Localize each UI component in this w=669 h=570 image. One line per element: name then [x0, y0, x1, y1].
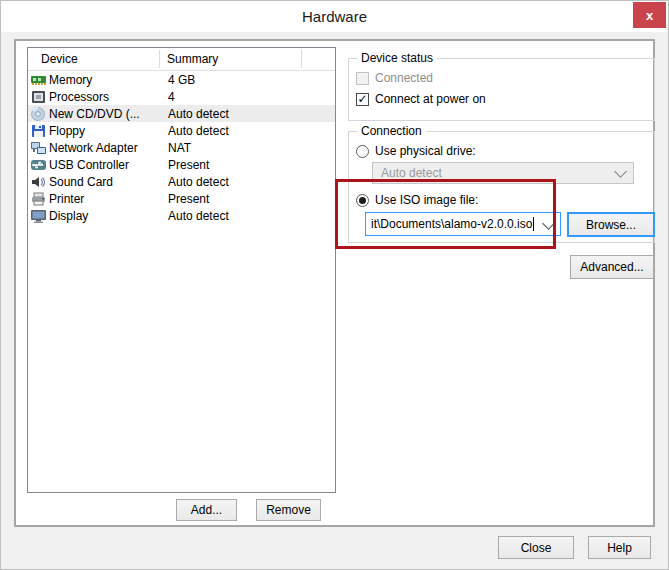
floppy-icon [30, 123, 47, 139]
device-rows: Memory 4 GB Processors 4 New CD/DVD (...… [28, 71, 335, 224]
device-list-header: Device Summary [28, 48, 335, 71]
display-icon [30, 208, 47, 224]
table-row-network-adapter[interactable]: Network Adapter NAT [28, 139, 335, 156]
connected-checkbox-row: Connected [356, 71, 433, 85]
column-header-summary[interactable]: Summary [160, 50, 302, 68]
connection-group: Connection Use physical drive: Auto dete… [348, 131, 655, 243]
device-name: Printer [49, 192, 84, 206]
chevron-down-icon [614, 165, 627, 178]
memory-icon [30, 72, 47, 88]
add-button[interactable]: Add... [176, 499, 237, 521]
content-panel: Device Summary Memory 4 GB Processors 4 … [14, 39, 655, 527]
printer-icon [30, 191, 47, 207]
text-caret [533, 217, 534, 231]
device-summary: Auto detect [160, 209, 229, 223]
help-button[interactable]: Help [588, 536, 651, 559]
connection-title: Connection [357, 124, 426, 138]
table-row-display[interactable]: Display Auto detect [28, 207, 335, 224]
dialog-title: Hardware [1, 8, 668, 25]
table-row-printer[interactable]: Printer Present [28, 190, 335, 207]
device-name: Sound Card [49, 175, 113, 189]
device-status-group: Device status Connected ✓ Connect at pow… [348, 58, 655, 121]
iso-path-input[interactable]: it\Documents\alamo-v2.0.0.iso [365, 212, 561, 236]
title-bar: Hardware x [1, 1, 668, 32]
close-button[interactable]: Close [498, 536, 574, 559]
close-icon[interactable]: x [633, 2, 666, 28]
power-on-checkbox-row[interactable]: ✓ Connect at power on [356, 92, 486, 106]
device-name: USB Controller [49, 158, 129, 172]
physical-drive-label: Use physical drive: [375, 144, 476, 158]
table-row-usb-controller[interactable]: USB Controller Present [28, 156, 335, 173]
device-name: New CD/DVD (... [49, 107, 140, 121]
iso-path-value: it\Documents\alamo-v2.0.0.iso [371, 217, 532, 231]
device-name: Processors [49, 90, 109, 104]
sound-icon [30, 174, 47, 190]
column-header-device[interactable]: Device [28, 50, 160, 68]
physical-drive-radio[interactable] [356, 145, 369, 158]
device-summary: Auto detect [160, 175, 229, 189]
iso-file-radio[interactable] [356, 194, 369, 207]
cd-icon [30, 106, 47, 122]
network-icon [30, 140, 47, 156]
device-summary: 4 [160, 90, 175, 104]
physical-drive-value: Auto detect [381, 166, 442, 180]
power-on-checkbox[interactable]: ✓ [356, 93, 369, 106]
iso-radio-row[interactable]: Use ISO image file: [356, 193, 478, 207]
chevron-down-icon [542, 217, 555, 230]
device-summary: Present [160, 158, 209, 172]
remove-button[interactable]: Remove [256, 499, 321, 521]
device-name: Memory [49, 73, 92, 87]
power-on-label: Connect at power on [375, 92, 486, 106]
device-list[interactable]: Device Summary Memory 4 GB Processors 4 … [27, 47, 336, 493]
table-row-sound-card[interactable]: Sound Card Auto detect [28, 173, 335, 190]
device-summary: Auto detect [160, 107, 229, 121]
device-summary: 4 GB [160, 73, 195, 87]
table-row-cd-dvd[interactable]: New CD/DVD (... Auto detect [28, 105, 335, 122]
device-summary: Present [160, 192, 209, 206]
iso-file-label: Use ISO image file: [375, 193, 478, 207]
connected-checkbox [356, 72, 369, 85]
physical-drive-radio-row[interactable]: Use physical drive: [356, 144, 476, 158]
device-name: Display [49, 209, 88, 223]
hardware-dialog: Hardware x Device Summary Memory 4 GB Pr… [0, 0, 669, 570]
advanced-button[interactable]: Advanced... [570, 255, 654, 279]
table-row-floppy[interactable]: Floppy Auto detect [28, 122, 335, 139]
table-row-memory[interactable]: Memory 4 GB [28, 71, 335, 88]
connected-label: Connected [375, 71, 433, 85]
device-summary: NAT [160, 141, 191, 155]
device-name: Network Adapter [49, 141, 138, 155]
device-status-title: Device status [357, 51, 437, 65]
device-summary: Auto detect [160, 124, 229, 138]
table-row-processors[interactable]: Processors 4 [28, 88, 335, 105]
physical-drive-select: Auto detect [372, 162, 634, 184]
device-name: Floppy [49, 124, 85, 138]
usb-icon [30, 157, 47, 173]
processor-icon [30, 89, 47, 105]
browse-button[interactable]: Browse... [567, 212, 655, 237]
